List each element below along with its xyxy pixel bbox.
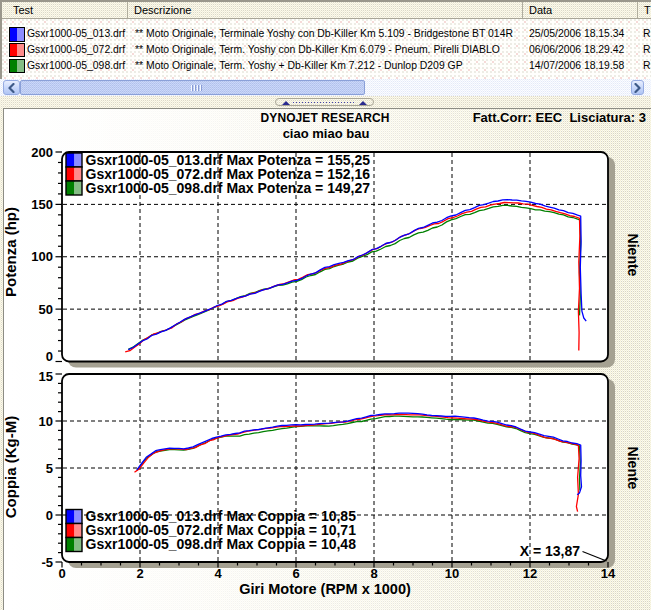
legend-swatch-light	[75, 153, 83, 167]
splitter-handle[interactable]	[275, 98, 374, 106]
legend: Gsxr1000-05_013.drf Max Coppia = 10,85Gs…	[66, 508, 356, 552]
run-color-swatch	[9, 27, 25, 42]
splitter-strip	[0, 96, 651, 108]
chart-title: DYNOJET RESEARCH	[261, 111, 390, 125]
legend-swatch-light	[75, 524, 83, 538]
axis-ticks	[56, 152, 63, 362]
legend-swatch-light	[75, 181, 83, 195]
y-axis-title-potenza: Potenza (hp)	[2, 207, 19, 297]
table-row[interactable]: Gsxr1000-05_013.drf** Moto Originale, Te…	[2, 26, 651, 42]
y-tick-label: 150	[31, 197, 53, 212]
x-tick-label: 12	[523, 566, 537, 581]
x-axis-title: Giri Motore (RPM x 1000)	[239, 581, 411, 597]
legend: Gsxr1000-05_013.drf Max Potenza = 155,25…	[66, 152, 370, 196]
chart-potenza: 050100150200Gsxr1000-05_013.drf Max Pote…	[31, 145, 615, 368]
right-axis-label-top: Niente	[625, 234, 641, 277]
legend-swatch	[66, 181, 75, 195]
x-tick-label: 2	[136, 566, 143, 581]
y-tick-label: 5	[46, 461, 53, 476]
legend-swatch	[66, 538, 75, 552]
y-tick-label: 100	[31, 249, 53, 264]
x-tick-label: 0	[58, 566, 65, 581]
x-tick-label: 4	[214, 566, 222, 581]
legend-swatch	[66, 153, 75, 167]
y-tick-label: 200	[31, 145, 53, 160]
table-row[interactable]: Gsxr1000-05_098.drf** Moto Originale, Te…	[2, 58, 651, 74]
legend-swatch	[66, 167, 75, 181]
y-axis-title-coppia: Coppia (Kg-M)	[2, 416, 19, 518]
legend-swatch	[66, 524, 75, 538]
cell-test: Gsxr1000-05_013.drf	[27, 26, 129, 42]
cell-data: 14/07/2006 18.19.58	[529, 58, 641, 74]
runs-table: Test Descrizione Data T Gsxr1000-05_013.…	[0, 0, 651, 79]
legend-swatch-light	[75, 538, 83, 552]
cell-test: Gsxr1000-05_072.drf	[27, 42, 129, 58]
cell-tipo: R	[643, 26, 651, 42]
table-body: Gsxr1000-05_013.drf** Moto Originale, Te…	[2, 19, 651, 79]
cell-descrizione: ** Moto Originale, Terminale Yoshy con D…	[135, 26, 527, 42]
horizontal-scrollbar	[0, 79, 651, 96]
chart-subtitle: ciao miao bau	[283, 126, 370, 141]
chevron-left-icon	[7, 83, 16, 93]
y-tick-label: 10	[39, 414, 53, 429]
y-tick-label: 50	[39, 302, 53, 317]
cell-tipo: R	[643, 58, 651, 74]
table-header: Test Descrizione Data T	[2, 2, 651, 19]
column-header-test[interactable]: Test	[2, 2, 128, 18]
legend-label: Gsxr1000-05_098.drf Max Potenza = 149,27	[86, 180, 371, 196]
cell-data: 06/06/2006 18.29.42	[529, 42, 641, 58]
column-header-data[interactable]: Data	[523, 2, 638, 18]
x-tick-label: 6	[292, 566, 299, 581]
x-tick-label: 14	[601, 566, 616, 581]
legend-label: Gsxr1000-05_098.drf Max Coppia = 10,48	[86, 536, 357, 552]
table-row[interactable]: Gsxr1000-05_072.drf** Moto Originale, Te…	[2, 42, 651, 58]
y-tick-label: 15	[39, 369, 53, 384]
cell-test: Gsxr1000-05_098.drf	[27, 58, 129, 74]
cursor-annotation: X = 13,87	[520, 543, 581, 559]
x-tick-label: 8	[370, 566, 377, 581]
right-axis-label-bottom: Niente	[625, 447, 641, 490]
charts-plot-area: 050100150200Gsxr1000-05_013.drf Max Pote…	[31, 145, 616, 581]
cell-data: 25/05/2006 18.15.34	[529, 26, 641, 42]
splitter-dots-icon	[293, 102, 356, 103]
scroll-right-button[interactable]	[631, 80, 644, 95]
x-tick-label: 10	[445, 566, 459, 581]
scroll-thumb-grip-icon	[191, 85, 202, 92]
y-tick-label: -5	[41, 555, 53, 570]
y-tick-label: 0	[46, 508, 53, 523]
chevron-right-icon	[633, 83, 642, 93]
legend-swatch	[66, 510, 75, 524]
run-color-swatch	[9, 59, 25, 74]
y-tick-label: 0	[46, 349, 53, 364]
scroll-left-button[interactable]	[3, 80, 20, 95]
correction-info: Fatt.Corr: EEC Lisciatura: 3	[473, 110, 646, 125]
cell-descrizione: ** Moto Originale, Term. Yoshy + Db-Kill…	[135, 58, 527, 74]
cell-descrizione: ** Moto Originale, Term. Yoshy con Db-Ki…	[135, 42, 527, 58]
scroll-thumb[interactable]	[20, 80, 365, 95]
app-window: Test Descrizione Data T Gsxr1000-05_013.…	[0, 0, 651, 610]
column-header-tipo[interactable]: T	[638, 2, 651, 18]
splitter-arrow-up-right-icon	[359, 101, 367, 105]
column-header-descrizione[interactable]: Descrizione	[128, 2, 523, 18]
run-color-swatch	[9, 43, 25, 58]
cell-tipo: R	[643, 42, 651, 58]
legend-swatch-light	[75, 510, 83, 524]
legend-swatch-light	[75, 167, 83, 181]
splitter-arrow-up-left-icon	[282, 101, 290, 105]
dyno-charts: 050100150200Gsxr1000-05_013.drf Max Pote…	[0, 108, 651, 610]
